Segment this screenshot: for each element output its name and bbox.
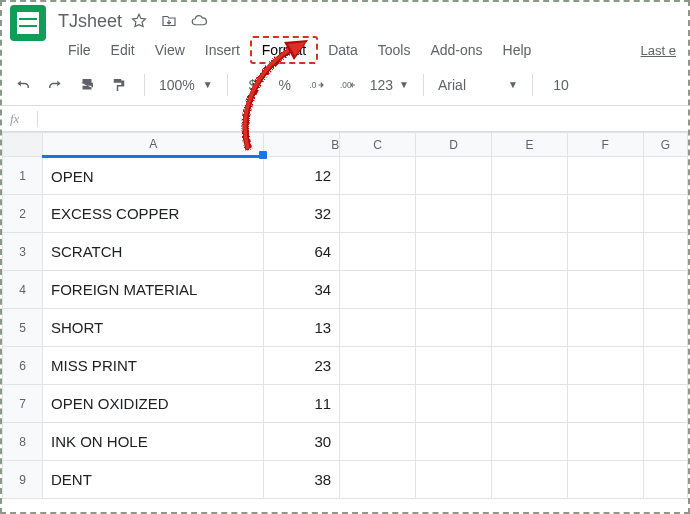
cell[interactable]: 32 bbox=[264, 195, 340, 233]
cell[interactable] bbox=[340, 157, 416, 195]
font-size-input[interactable]: 10 bbox=[547, 77, 575, 93]
menu-help[interactable]: Help bbox=[493, 38, 542, 62]
cell[interactable]: 12 bbox=[264, 157, 340, 195]
column-header-g[interactable]: G bbox=[643, 133, 687, 157]
menu-data[interactable]: Data bbox=[318, 38, 368, 62]
cell[interactable] bbox=[491, 233, 567, 271]
cell[interactable] bbox=[643, 157, 687, 195]
cell[interactable] bbox=[416, 461, 492, 499]
formula-input[interactable] bbox=[38, 111, 688, 126]
cell[interactable] bbox=[416, 271, 492, 309]
cell[interactable] bbox=[416, 233, 492, 271]
cell[interactable]: DENT bbox=[43, 461, 264, 499]
cell[interactable]: 11 bbox=[264, 385, 340, 423]
cell[interactable]: EXCESS COPPER bbox=[43, 195, 264, 233]
zoom-dropdown[interactable]: 100% ▼ bbox=[159, 77, 213, 93]
cell[interactable] bbox=[340, 195, 416, 233]
cell[interactable] bbox=[567, 233, 643, 271]
menu-addons[interactable]: Add-ons bbox=[420, 38, 492, 62]
cell[interactable] bbox=[643, 271, 687, 309]
cell[interactable] bbox=[340, 461, 416, 499]
menu-file[interactable]: File bbox=[58, 38, 101, 62]
cell[interactable] bbox=[643, 385, 687, 423]
cell[interactable] bbox=[567, 385, 643, 423]
select-all-corner[interactable] bbox=[3, 133, 43, 157]
row-header[interactable]: 3 bbox=[3, 233, 43, 271]
cell[interactable] bbox=[416, 195, 492, 233]
cell[interactable] bbox=[567, 309, 643, 347]
cell[interactable] bbox=[567, 195, 643, 233]
cell[interactable]: INK ON HOLE bbox=[43, 423, 264, 461]
column-header-f[interactable]: F bbox=[567, 133, 643, 157]
row-header[interactable]: 8 bbox=[3, 423, 43, 461]
cell[interactable] bbox=[340, 309, 416, 347]
cell[interactable] bbox=[340, 385, 416, 423]
column-header-a[interactable]: A bbox=[43, 133, 264, 157]
cell[interactable] bbox=[416, 157, 492, 195]
cell[interactable]: 38 bbox=[264, 461, 340, 499]
font-family-dropdown[interactable]: Arial ▼ bbox=[438, 77, 518, 93]
column-header-d[interactable]: D bbox=[416, 133, 492, 157]
cell[interactable] bbox=[340, 347, 416, 385]
cell[interactable] bbox=[416, 385, 492, 423]
cell[interactable]: OPEN OXIDIZED bbox=[43, 385, 264, 423]
last-edit-link[interactable]: Last e bbox=[641, 43, 676, 58]
increase-decimal-button[interactable]: .00 bbox=[338, 74, 360, 96]
star-icon[interactable] bbox=[130, 12, 148, 30]
cell[interactable]: 64 bbox=[264, 233, 340, 271]
cell[interactable] bbox=[643, 347, 687, 385]
percent-button[interactable]: % bbox=[274, 74, 296, 96]
menu-tools[interactable]: Tools bbox=[368, 38, 421, 62]
cell[interactable] bbox=[643, 233, 687, 271]
cell[interactable]: FOREIGN MATERIAL bbox=[43, 271, 264, 309]
cell[interactable] bbox=[491, 309, 567, 347]
cell[interactable]: 13 bbox=[264, 309, 340, 347]
cell[interactable] bbox=[491, 271, 567, 309]
sheets-app-icon[interactable] bbox=[10, 5, 46, 41]
cell[interactable] bbox=[491, 423, 567, 461]
decrease-decimal-button[interactable]: .0 bbox=[306, 74, 328, 96]
document-name[interactable]: TJsheet bbox=[58, 11, 122, 32]
number-format-dropdown[interactable]: 123 ▼ bbox=[370, 77, 409, 93]
spreadsheet-grid[interactable]: A B C D E F G 1 OPEN 12 2 EXC bbox=[2, 132, 688, 512]
cell[interactable] bbox=[340, 233, 416, 271]
row-header[interactable]: 4 bbox=[3, 271, 43, 309]
cell[interactable]: 34 bbox=[264, 271, 340, 309]
cell[interactable] bbox=[567, 423, 643, 461]
menu-insert[interactable]: Insert bbox=[195, 38, 250, 62]
cell[interactable] bbox=[491, 157, 567, 195]
row-header[interactable]: 7 bbox=[3, 385, 43, 423]
cell[interactable] bbox=[643, 461, 687, 499]
row-header[interactable]: 9 bbox=[3, 461, 43, 499]
row-header[interactable]: 1 bbox=[3, 157, 43, 195]
redo-button[interactable] bbox=[44, 74, 66, 96]
column-header-e[interactable]: E bbox=[491, 133, 567, 157]
cell[interactable] bbox=[491, 347, 567, 385]
move-icon[interactable] bbox=[160, 12, 178, 30]
cell[interactable]: OPEN bbox=[43, 157, 264, 195]
currency-button[interactable]: $ bbox=[242, 74, 264, 96]
cell[interactable]: SHORT bbox=[43, 309, 264, 347]
cell[interactable] bbox=[416, 423, 492, 461]
cell[interactable] bbox=[567, 347, 643, 385]
cell[interactable] bbox=[643, 423, 687, 461]
menu-view[interactable]: View bbox=[145, 38, 195, 62]
cell[interactable]: 30 bbox=[264, 423, 340, 461]
cell[interactable] bbox=[643, 195, 687, 233]
cell[interactable] bbox=[567, 461, 643, 499]
cell[interactable] bbox=[643, 309, 687, 347]
row-header[interactable]: 5 bbox=[3, 309, 43, 347]
cloud-status-icon[interactable] bbox=[190, 12, 208, 30]
cell[interactable] bbox=[567, 157, 643, 195]
undo-button[interactable] bbox=[12, 74, 34, 96]
cell[interactable] bbox=[416, 309, 492, 347]
cell[interactable] bbox=[340, 423, 416, 461]
cell[interactable] bbox=[491, 195, 567, 233]
cell[interactable]: 23 bbox=[264, 347, 340, 385]
column-header-b[interactable]: B bbox=[264, 133, 340, 157]
row-header[interactable]: 6 bbox=[3, 347, 43, 385]
column-header-c[interactable]: C bbox=[340, 133, 416, 157]
paint-format-button[interactable] bbox=[108, 74, 130, 96]
cell[interactable] bbox=[340, 271, 416, 309]
menu-edit[interactable]: Edit bbox=[101, 38, 145, 62]
